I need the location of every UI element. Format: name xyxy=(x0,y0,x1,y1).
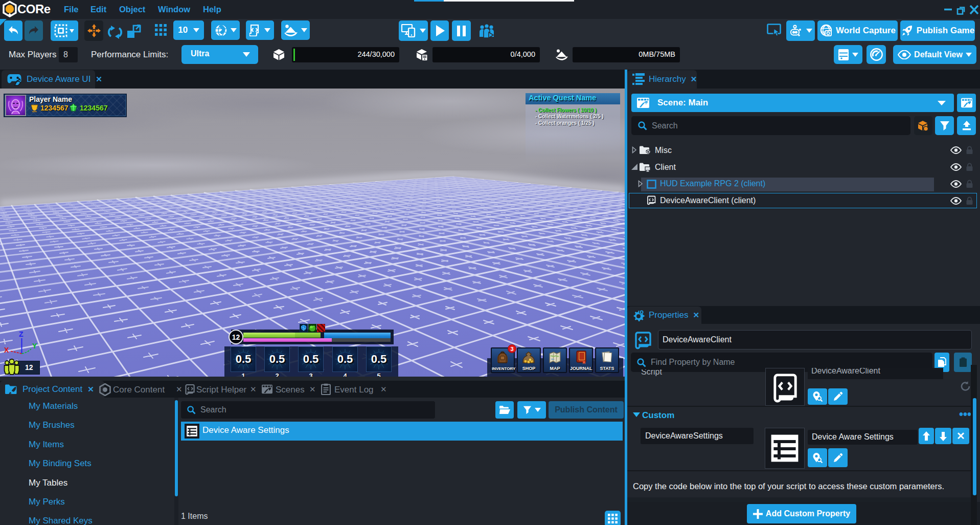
svg-text:CORe: CORe xyxy=(17,2,51,16)
svg-text:Y: Y xyxy=(32,342,37,350)
svg-text:X: X xyxy=(4,346,9,354)
svg-text:Z: Z xyxy=(19,330,24,338)
